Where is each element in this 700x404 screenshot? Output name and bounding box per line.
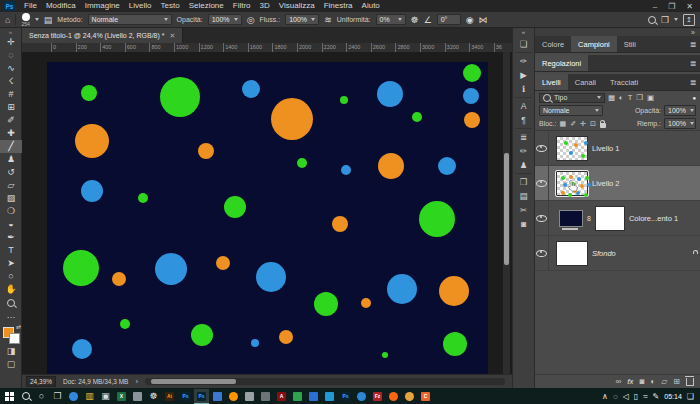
tray-expand-icon[interactable]: ∧ <box>602 392 608 401</box>
layer-mask-thumbnail[interactable] <box>595 206 625 231</box>
layer-thumbnail[interactable] <box>556 241 588 266</box>
volume-icon[interactable]: ◁ <box>623 392 629 401</box>
brush-preset-chevron-icon[interactable] <box>35 18 39 21</box>
layer-opacity-select[interactable]: 100% <box>664 105 696 116</box>
pressure-opacity-icon[interactable]: ◎ <box>247 15 255 25</box>
menu-item-modifica[interactable]: Modifica <box>46 0 76 12</box>
eye-icon[interactable] <box>536 180 547 187</box>
gradient-tool[interactable]: ▨ <box>0 192 22 205</box>
symmetry-icon[interactable]: ⋈ <box>479 15 488 25</box>
panels-collapse-icon[interactable]: » <box>691 29 695 36</box>
lock-position-icon[interactable]: ✛ <box>580 120 586 128</box>
delete-layer-icon[interactable] <box>686 378 694 386</box>
lock-pixels-icon[interactable]: ✐ <box>570 120 576 128</box>
hand-tool[interactable]: ✋ <box>0 283 22 296</box>
panel-paragraph-icon[interactable]: ¶ <box>513 113 534 127</box>
crop-tool[interactable]: # <box>0 88 22 101</box>
menu-item-immagine[interactable]: Immagine <box>85 0 120 12</box>
cortana-icon[interactable]: ○ <box>34 389 49 404</box>
visibility-cell[interactable] <box>535 166 549 200</box>
lock-transparency-icon[interactable]: ▦ <box>560 120 567 128</box>
flow-select[interactable]: 100% <box>285 14 319 25</box>
vertical-scrollbar[interactable] <box>503 52 510 374</box>
adjustments-menu-icon[interactable]: ≣ <box>686 55 700 71</box>
minimize-button[interactable]: – <box>653 2 657 11</box>
app-wave-icon[interactable] <box>322 389 337 404</box>
settings-icon[interactable]: ☸ <box>146 389 161 404</box>
blur-tool[interactable]: ❍ <box>0 205 22 218</box>
restore-button[interactable]: ❐ <box>668 2 675 11</box>
panel-info-icon[interactable]: ℹ <box>513 82 534 96</box>
tab-menu-icon[interactable]: ≣ <box>686 74 700 90</box>
move-tool[interactable]: ✛ <box>0 36 22 49</box>
acrobat-icon[interactable]: A <box>274 389 289 404</box>
canvas[interactable] <box>47 62 488 374</box>
opacity-select[interactable]: 100% <box>208 14 242 25</box>
start-button[interactable] <box>2 389 17 404</box>
eye-icon[interactable] <box>536 215 547 222</box>
pen-tool[interactable]: ✒ <box>0 231 22 244</box>
layer-row-colore-ento-1[interactable]: 8Colore...ento 1 <box>535 201 700 236</box>
filter-adjustment-layers-icon[interactable]: ◐ <box>619 93 624 102</box>
history-brush-tool[interactable]: ↺ <box>0 166 22 179</box>
panel-timeline-icon[interactable]: ◙ <box>513 217 534 231</box>
eye-icon[interactable] <box>536 145 547 152</box>
layer-row-sfondo[interactable]: Sfondo <box>535 236 700 271</box>
battery-icon[interactable]: ▯ <box>634 392 638 401</box>
panel-libraries-icon[interactable]: ❒ <box>513 175 534 189</box>
filter-pixel-layers-icon[interactable]: ▦ <box>608 93 615 102</box>
shape-tool[interactable]: ○ <box>0 270 22 283</box>
smoothing-gear-icon[interactable]: ☸ <box>411 15 419 25</box>
photoshop-active-icon[interactable]: Ps <box>194 389 209 404</box>
store-icon[interactable]: ▣ <box>98 389 113 404</box>
panel-tool-presets-icon[interactable]: ✂ <box>513 203 534 217</box>
horizontal-scrollbar[interactable] <box>145 378 505 385</box>
swap-colors-icon[interactable]: ⇄ <box>16 323 21 330</box>
layer-row-livello-1[interactable]: Livello 1 <box>535 131 700 166</box>
layer-fill-select[interactable]: 100% <box>664 118 696 129</box>
tab-regolazioni[interactable]: Regolazioni <box>535 55 588 71</box>
tab-close-icon[interactable]: ✕ <box>170 32 176 40</box>
layer-row-livello-2[interactable]: Livello 2 <box>535 166 700 201</box>
layer-filter-select[interactable]: Tipo <box>539 93 605 103</box>
photoshop-small-icon[interactable]: Ps <box>338 389 353 404</box>
tab-canali[interactable]: Canali <box>568 74 603 90</box>
horizontal-scrollbar-thumb[interactable] <box>151 379 236 384</box>
dock-expand-icon[interactable]: « <box>513 28 534 37</box>
app-gray-3[interactable] <box>258 389 273 404</box>
edge-icon[interactable] <box>66 389 81 404</box>
airbrush-icon[interactable]: ≋ <box>324 15 332 25</box>
path-selection-tool[interactable]: ➤ <box>0 257 22 270</box>
pen-icon[interactable]: ✎ <box>653 392 660 401</box>
workspace-chevron-icon[interactable] <box>674 18 678 21</box>
search-button[interactable] <box>18 389 33 404</box>
excel-icon[interactable]: X <box>114 389 129 404</box>
menu-item-finestra[interactable]: Finestra <box>324 0 353 12</box>
link-layers-icon[interactable]: ∞ <box>616 377 622 386</box>
blend-mode-select[interactable]: Normale <box>88 14 172 25</box>
app-blue-1[interactable] <box>210 389 225 404</box>
panel-history-icon[interactable]: ❏ <box>513 37 534 51</box>
healing-brush-tool[interactable]: ✚ <box>0 127 22 140</box>
panel-layer-comps-icon[interactable]: ▤ <box>513 189 534 203</box>
taskbar-clock[interactable]: 05:14 <box>664 393 682 400</box>
menu-item-file[interactable]: File <box>24 0 37 12</box>
app-gray-1[interactable] <box>130 389 145 404</box>
frame-tool[interactable]: ⊞ <box>0 101 22 114</box>
lasso-tool[interactable]: ∿ <box>0 62 22 75</box>
close-button[interactable]: ✕ <box>686 2 693 11</box>
visibility-cell[interactable] <box>535 236 549 270</box>
lock-all-icon[interactable] <box>600 123 606 128</box>
quick-mask-button[interactable]: ◨ <box>0 345 22 358</box>
tab-stili[interactable]: Stili <box>617 36 643 52</box>
layer-style-icon[interactable]: fx <box>627 378 633 385</box>
brush-tool[interactable]: ╱ <box>0 140 22 153</box>
filter-type-layers-icon[interactable]: T <box>628 93 633 102</box>
document-tab[interactable]: Senza titolo-1 @ 24,4% (Livello 2, RGB/8… <box>22 28 183 43</box>
menu-item-visualizza[interactable]: Visualizza <box>279 0 315 12</box>
eraser-tool[interactable]: ▱ <box>0 179 22 192</box>
illustrator-icon[interactable]: Ai <box>162 389 177 404</box>
panel-character-icon[interactable]: A <box>513 99 534 113</box>
tab-colore[interactable]: Colore <box>535 36 571 52</box>
home-icon[interactable]: ⌂ <box>5 15 10 25</box>
